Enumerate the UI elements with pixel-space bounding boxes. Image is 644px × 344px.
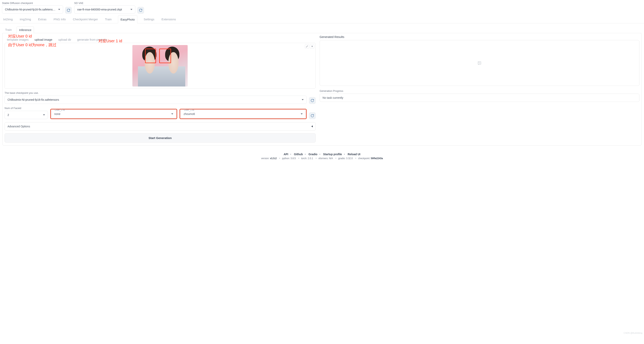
main-tabs: txt2img img2img Extras PNG Info Checkpoi… [0, 15, 644, 23]
refresh-vae-button[interactable] [137, 7, 144, 14]
user-1-label: User_1 id [184, 109, 194, 111]
image-controls: ✕ [305, 44, 314, 49]
triangle-left-icon [311, 125, 313, 127]
advanced-options-accordion[interactable]: Advanced Options [4, 122, 316, 131]
annotation-user0: 对应User 0 id [8, 34, 32, 39]
footer-link-gradio[interactable]: Gradio [308, 153, 318, 156]
right-column: Generated Results Generation Progress No… [320, 35, 640, 102]
user-0-value: none [54, 112, 60, 116]
sd-vae-group: SD VAE vae-ft-mse-840000-ema-pruned.ckpt [74, 2, 144, 14]
tab-txt2img[interactable]: txt2img [2, 15, 14, 23]
gradio-value: gradio: 3.32.0 [338, 157, 352, 160]
refresh-checkpoint-button[interactable] [65, 7, 72, 14]
tab-img2img[interactable]: img2img [19, 15, 32, 23]
footer-link-api[interactable]: API [284, 153, 288, 156]
sd-checkpoint-label: Stable Diffusion checkpoint [2, 2, 63, 5]
chevron-down-icon [301, 113, 303, 115]
tab-checkpoint-merger[interactable]: Checkpoint Merger [72, 15, 99, 23]
footer-links: API• Github• Gradio• Startup profile• Re… [0, 153, 644, 156]
advanced-options-label: Advanced Options [8, 125, 30, 128]
image-placeholder-icon [478, 61, 482, 65]
tab-extensions[interactable]: Extensions [160, 15, 176, 23]
svg-point-1 [479, 62, 479, 63]
num-faceid-value: 2 [8, 113, 9, 117]
inference-panel: 对应User 0 id 由于User 0 id为none，跳过 对应User 1… [2, 33, 642, 146]
sd-checkpoint-group: Stable Diffusion checkpoint Chilloutmix-… [2, 2, 72, 14]
refresh-icon [67, 9, 70, 12]
checkpoint-value: 59ffe2243a [371, 157, 383, 160]
top-bar: Stable Diffusion checkpoint Chilloutmix-… [0, 0, 644, 15]
content: Train Inference 对应User 0 id 由于User 0 id为… [0, 23, 644, 149]
num-faceid-select[interactable]: 2 [4, 111, 48, 119]
xformers-value: xformers: N/A [318, 157, 333, 160]
generated-results-box [320, 40, 640, 86]
num-faceid-label: Num of Faceid [4, 107, 48, 110]
python-value: python: 3.8.5 [282, 157, 296, 160]
user-1-value: zhoumo6 [184, 112, 195, 116]
num-faceid-field: Num of Faceid 2 [4, 107, 48, 119]
chevron-down-icon [171, 113, 173, 115]
sd-vae-select[interactable]: vae-ft-mse-840000-ema-pruned.ckpt [74, 5, 135, 14]
base-checkpoint-value: Chilloutmix-Ni-pruned-fp16-fix.safetenso… [8, 98, 59, 101]
generated-results-label: Generated Results [320, 35, 640, 39]
user-0-label: User_0 id [55, 109, 65, 111]
refresh-icon [310, 99, 314, 102]
tab-train[interactable]: Train [104, 15, 112, 23]
tab-extras[interactable]: Extras [37, 15, 47, 23]
annotation-skip: 由于User 0 id为none，跳过 [8, 42, 56, 48]
chevron-down-icon [43, 114, 45, 116]
left-column: 对应User 0 id 由于User 0 id为none，跳过 对应User 1… [4, 35, 316, 143]
tab-easyphoto[interactable]: EasyPhoto [118, 15, 138, 23]
chevron-down-icon [302, 99, 304, 100]
uploaded-image [132, 45, 188, 87]
detected-face-1 [159, 49, 171, 63]
sd-vae-label: SD VAE [74, 2, 135, 5]
refresh-users-button[interactable] [309, 112, 316, 119]
generation-progress-box: No task currently [320, 94, 640, 102]
chevron-down-icon [58, 9, 60, 10]
uploaded-image-area[interactable]: ✕ [4, 43, 316, 89]
image-source-tabs: template images upload image upload dir … [4, 35, 316, 43]
base-checkpoint-label: The base checkpoint you use. [4, 91, 316, 94]
start-generation-button[interactable]: Start Generation [4, 133, 316, 143]
base-checkpoint-select[interactable]: Chilloutmix-Ni-pruned-fp16-fix.safetenso… [4, 96, 306, 104]
torch-value: torch: 2.0.1 [301, 157, 313, 160]
generation-progress-label: Generation Progress [320, 90, 640, 92]
footer-link-startup[interactable]: Startup profile [323, 153, 342, 156]
user-1-select[interactable]: User_1 id zhoumo6 [180, 110, 306, 118]
annotation-user1: 对应User 1 id [98, 38, 122, 44]
footer: API• Github• Gradio• Startup profile• Re… [0, 149, 644, 166]
sub-tab-inference[interactable]: Inference [16, 27, 34, 33]
sub-tab-train[interactable]: Train [4, 27, 13, 33]
close-icon: ✕ [311, 45, 313, 48]
refresh-icon [139, 9, 142, 12]
refresh-icon [310, 114, 314, 118]
footer-link-github[interactable]: Github [294, 153, 303, 156]
sd-checkpoint-value: Chilloutmix-Ni-pruned-fp16-fix.safetenso… [5, 8, 56, 11]
generation-progress-value: No task currently [322, 96, 343, 99]
footer-link-reload[interactable]: Reload UI [348, 153, 360, 156]
user-0-select[interactable]: User_0 id none [51, 110, 176, 118]
tab-settings[interactable]: Settings [143, 15, 155, 23]
img-tab-upload[interactable]: upload image [34, 36, 53, 43]
edit-image-button[interactable] [305, 44, 309, 49]
pencil-icon [306, 45, 308, 48]
refresh-base-checkpoint-button[interactable] [309, 97, 316, 104]
detected-face-0 [145, 49, 156, 63]
sd-checkpoint-select[interactable]: Chilloutmix-Ni-pruned-fp16-fix.safetenso… [2, 5, 63, 14]
sub-tabs: Train Inference [2, 25, 642, 33]
chevron-down-icon [130, 9, 132, 10]
user-0-field-highlighted: User_0 id none [50, 109, 177, 119]
sd-vae-value: vae-ft-mse-840000-ema-pruned.ckpt [77, 8, 122, 11]
footer-meta: version: v1.5.2 •python: 3.8.5 •torch: 2… [0, 157, 644, 160]
img-tab-upload-dir[interactable]: upload dir [58, 36, 72, 43]
tab-pnginfo[interactable]: PNG Info [53, 15, 67, 23]
user-1-field-highlighted: User_1 id zhoumo6 [180, 109, 306, 119]
version-value: v1.5.2 [270, 157, 276, 160]
clear-image-button[interactable]: ✕ [310, 44, 314, 49]
